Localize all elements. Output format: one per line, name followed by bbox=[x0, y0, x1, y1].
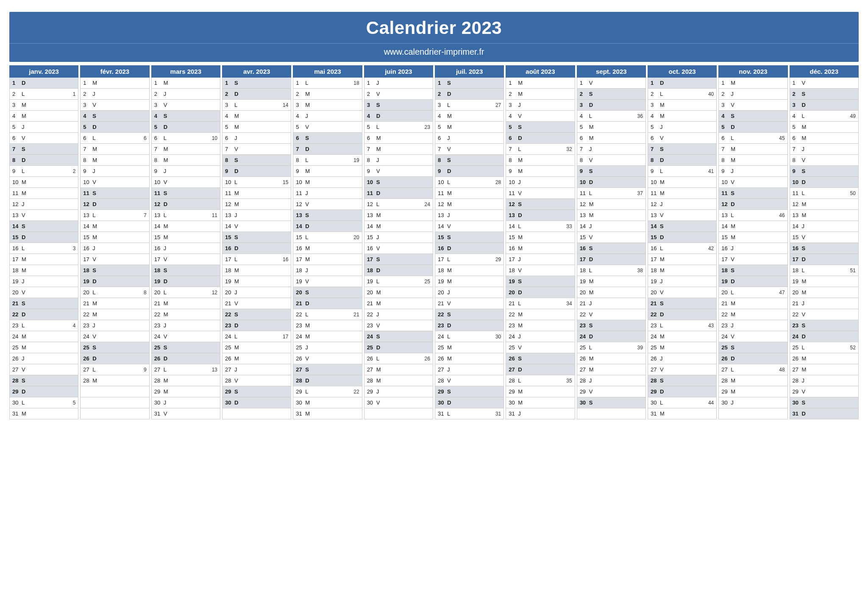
day-number: 23 bbox=[225, 322, 234, 329]
day-cell: 3L27 bbox=[435, 100, 504, 111]
day-number: 15 bbox=[438, 234, 447, 240]
day-cell: 11S bbox=[151, 188, 220, 199]
day-number: 29 bbox=[296, 388, 305, 395]
day-number: 28 bbox=[225, 377, 234, 384]
day-cell: 7J bbox=[790, 144, 859, 155]
day-weekday: M bbox=[731, 157, 739, 163]
day-weekday: J bbox=[731, 168, 739, 174]
day-number: 4 bbox=[12, 113, 22, 119]
day-number: 7 bbox=[367, 146, 376, 152]
day-number: 2 bbox=[83, 91, 92, 97]
day-cell: 2L40 bbox=[648, 89, 717, 100]
day-weekday: S bbox=[447, 311, 456, 318]
day-weekday: D bbox=[447, 168, 456, 174]
day-number: 9 bbox=[651, 168, 660, 174]
day-cell: 1M bbox=[718, 78, 787, 89]
day-number: 16 bbox=[580, 245, 589, 251]
day-number: 9 bbox=[83, 168, 92, 174]
day-cell: 8S bbox=[222, 155, 291, 166]
day-number: 11 bbox=[296, 190, 305, 196]
week-number: 48 bbox=[779, 367, 785, 373]
day-cell: 30L44 bbox=[648, 397, 717, 408]
day-cell bbox=[718, 408, 787, 419]
day-number: 7 bbox=[154, 146, 164, 152]
day-cell: 24V bbox=[151, 331, 220, 342]
day-number: 26 bbox=[509, 355, 518, 362]
day-number: 17 bbox=[438, 256, 447, 262]
day-number: 2 bbox=[509, 91, 518, 97]
day-number: 4 bbox=[83, 113, 92, 119]
day-weekday: M bbox=[234, 201, 243, 207]
day-number: 8 bbox=[580, 157, 589, 163]
month-column: mai 20231L182M3M4J5V6S7D8L199M10M11J12V1… bbox=[293, 65, 362, 419]
day-cell: 23D bbox=[222, 320, 291, 331]
day-weekday: J bbox=[22, 124, 30, 130]
day-cell: 27M bbox=[790, 364, 859, 375]
day-cell: 25J bbox=[293, 342, 362, 353]
day-number: 7 bbox=[438, 146, 447, 152]
day-cell: 22M bbox=[80, 309, 149, 320]
day-number: 8 bbox=[154, 157, 164, 163]
day-weekday: V bbox=[589, 157, 598, 163]
day-cell: 22V bbox=[790, 309, 859, 320]
day-weekday: M bbox=[518, 388, 526, 395]
day-cell: 13L46 bbox=[718, 210, 787, 221]
day-weekday: D bbox=[518, 212, 526, 218]
day-cell: 18S bbox=[80, 265, 149, 276]
week-number: 30 bbox=[495, 334, 501, 340]
day-cell: 14M bbox=[80, 221, 149, 232]
day-weekday: D bbox=[22, 311, 30, 318]
day-weekday: D bbox=[234, 91, 243, 97]
day-cell: 3V bbox=[80, 100, 149, 111]
day-cell: 23V bbox=[364, 320, 433, 331]
day-cell: 2S bbox=[577, 89, 646, 100]
day-number: 28 bbox=[438, 377, 447, 384]
day-cell: 31M bbox=[648, 408, 717, 419]
day-number: 11 bbox=[509, 190, 518, 196]
day-cell: 29J bbox=[364, 386, 433, 397]
day-cell: 28J bbox=[577, 375, 646, 386]
day-cell: 30M bbox=[506, 397, 575, 408]
week-number: 7 bbox=[144, 212, 147, 218]
day-number: 2 bbox=[793, 91, 802, 97]
day-weekday: M bbox=[92, 157, 101, 163]
month-column: juil. 20231S2D3L274M5M6J7V8S9D10L2811M12… bbox=[435, 65, 504, 419]
day-number: 1 bbox=[793, 80, 802, 86]
day-number: 5 bbox=[721, 124, 731, 130]
day-number: 22 bbox=[438, 311, 447, 318]
day-weekday: L bbox=[92, 212, 101, 218]
day-number: 22 bbox=[509, 311, 518, 318]
day-cell: 25V bbox=[506, 342, 575, 353]
day-cell: 21M bbox=[364, 298, 433, 309]
day-cell: 1M bbox=[151, 78, 220, 89]
day-number: 8 bbox=[367, 157, 376, 163]
day-number: 4 bbox=[438, 113, 447, 119]
week-number: 27 bbox=[495, 102, 501, 108]
day-weekday: M bbox=[731, 311, 739, 318]
day-cell: 17L16 bbox=[222, 254, 291, 265]
day-number: 21 bbox=[154, 300, 164, 307]
day-number: 22 bbox=[721, 311, 731, 318]
day-cell: 9J bbox=[151, 166, 220, 177]
day-cell: 19D bbox=[80, 276, 149, 287]
day-number: 8 bbox=[509, 157, 518, 163]
day-number: 24 bbox=[83, 333, 92, 340]
month-column: juin 20231J2V3S4D5L236M7M8J9V10S11D12L24… bbox=[364, 65, 433, 419]
day-number: 12 bbox=[438, 201, 447, 207]
day-cell: 31L31 bbox=[435, 408, 504, 419]
day-cell: 14J bbox=[790, 221, 859, 232]
day-weekday: S bbox=[731, 190, 739, 196]
day-weekday: L bbox=[22, 322, 30, 329]
day-number: 10 bbox=[651, 179, 660, 185]
day-weekday: S bbox=[92, 344, 101, 351]
day-number: 14 bbox=[225, 223, 234, 229]
day-weekday: D bbox=[660, 311, 668, 318]
day-weekday: D bbox=[22, 157, 30, 163]
day-weekday: S bbox=[22, 377, 30, 384]
day-number: 4 bbox=[509, 113, 518, 119]
month-column: oct. 20231D2L403M4M5J6V7S8D9L4110M11M12J… bbox=[648, 65, 717, 419]
day-cell: 8S bbox=[435, 155, 504, 166]
day-cell: 27L9 bbox=[80, 364, 149, 375]
day-cell: 12D bbox=[718, 199, 787, 210]
day-weekday: D bbox=[589, 102, 598, 108]
